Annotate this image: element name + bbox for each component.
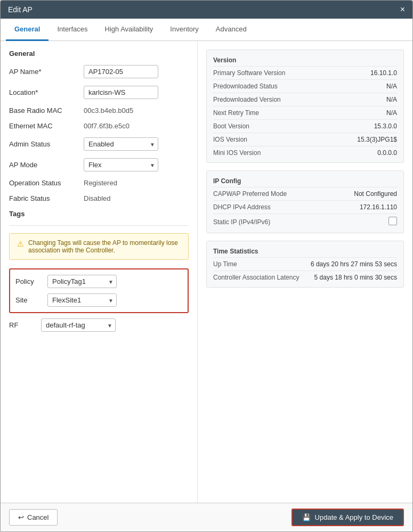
fabric-status-value: Disabled [84,194,111,202]
apply-label: Update & Apply to Device [315,513,393,521]
policy-label: Policy [15,277,47,285]
modal-header: Edit AP × [1,1,412,19]
capwap-value: Not Configured [354,190,397,198]
policy-select[interactable]: PolicyTag1 default-policy-tag [47,275,117,288]
location-label: Location* [9,88,84,96]
base-radio-mac-label: Base Radio MAC [9,107,84,114]
ios-version-value: 15.3(3)JPG1$ [357,136,397,143]
operation-status-label: Operation Status [9,179,84,187]
admin-status-select[interactable]: Enabled Disabled [84,137,158,151]
ios-version-row: IOS Version 15.3(3)JPG1$ [213,133,397,146]
uptime-label: Up Time [213,260,237,268]
primary-sw-row: Primary Software Version 16.10.1.0 [213,66,397,79]
uptime-row: Up Time 6 days 20 hrs 27 mins 53 secs [213,257,397,271]
ethernet-mac-row: Ethernet MAC 00f7.6f3b.e5c0 [9,122,189,130]
tab-interfaces[interactable]: Interfaces [48,19,96,41]
time-stats-block: Time Statistics Up Time 6 days 20 hrs 27… [206,241,404,288]
rf-label: RF [9,321,41,329]
ap-mode-select-wrapper: Flex Local Monitor ▼ [84,158,158,171]
policy-row: Policy PolicyTag1 default-policy-tag ▼ [15,275,182,288]
general-section-title: General [9,50,189,58]
mini-ios-label: Mini IOS Version [213,149,261,157]
rf-select[interactable]: default-rf-tag [41,318,116,332]
dhcp-ipv4-value: 172.16.1.110 [360,203,397,211]
tags-divider [9,225,189,226]
version-title: Version [213,53,397,66]
operation-status-value: Registered [84,179,117,187]
ethernet-mac-label: Ethernet MAC [9,122,84,130]
predownloaded-status-row: Predownloaded Status N/A [213,79,397,93]
site-label: Site [15,296,47,304]
ip-config-title: IP Config [213,174,397,187]
dhcp-ipv4-row: DHCP IPv4 Address 172.16.1.110 [213,200,397,214]
boot-version-value: 15.3.0.0 [374,122,397,130]
cancel-label: Cancel [27,513,48,521]
site-row: Site FlexSite1 default-site-tag ▼ [15,293,182,307]
predownloaded-version-value: N/A [386,96,397,103]
rf-row: RF default-rf-tag ▼ [9,318,189,332]
site-select[interactable]: FlexSite1 default-site-tag [47,293,117,307]
base-radio-mac-value: 00c3.b4eb.b0d5 [84,107,133,114]
ap-mode-row: AP Mode Flex Local Monitor ▼ [9,158,189,171]
close-button[interactable]: × [400,5,405,14]
dhcp-ipv4-label: DHCP IPv4 Address [213,203,271,211]
static-ip-row: Static IP (IPv4/IPv6) [213,214,397,230]
right-panel: Version Primary Software Version 16.10.1… [198,41,412,503]
fabric-status-label: Fabric Status [9,194,84,202]
tags-section: Tags ⚠ Changing Tags will cause the AP t… [9,210,189,332]
apply-button[interactable]: 💾 Update & Apply to Device [291,509,404,526]
ethernet-mac-value: 00f7.6f3b.e5c0 [84,122,129,130]
location-input[interactable] [84,86,158,99]
uptime-value: 6 days 20 hrs 27 mins 53 secs [311,260,397,268]
controller-latency-row: Controller Association Latency 5 days 18… [213,271,397,284]
primary-sw-value: 16.10.1.0 [370,69,397,77]
admin-status-label: Admin Status [9,140,84,148]
tags-title: Tags [9,210,189,218]
ap-name-input[interactable] [84,65,158,78]
next-retry-row: Next Retry Time N/A [213,106,397,119]
next-retry-label: Next Retry Time [213,109,259,117]
tags-warning: ⚠ Changing Tags will cause the AP to mom… [9,233,189,260]
time-stats-title: Time Statistics [213,244,397,257]
policy-select-wrapper: PolicyTag1 default-policy-tag ▼ [47,275,117,288]
primary-sw-label: Primary Software Version [213,69,285,77]
mini-ios-row: Mini IOS Version 0.0.0.0 [213,146,397,159]
version-block: Version Primary Software Version 16.10.1… [206,50,404,163]
mini-ios-value: 0.0.0.0 [377,149,397,157]
fabric-status-row: Fabric Status Disabled [9,194,189,202]
cancel-icon: ↩ [18,513,24,521]
ip-config-block: IP Config CAPWAP Preferred Mode Not Conf… [206,170,404,233]
modal-title: Edit AP [8,5,33,14]
capwap-label: CAPWAP Preferred Mode [213,190,287,198]
ios-version-label: IOS Version [213,136,247,143]
static-ip-checkbox[interactable] [388,217,397,227]
predownloaded-version-row: Predownloaded Version N/A [213,93,397,106]
static-ip-label: Static IP (IPv4/IPv6) [213,218,270,226]
tab-general[interactable]: General [6,19,48,41]
next-retry-value: N/A [386,109,397,117]
location-row: Location* [9,86,189,99]
tags-fields-group: Policy PolicyTag1 default-policy-tag ▼ S… [9,268,189,313]
ap-mode-select[interactable]: Flex Local Monitor [84,158,158,171]
boot-version-row: Boot Version 15.3.0.0 [213,119,397,133]
apply-icon: 💾 [302,513,311,521]
edit-ap-modal: Edit AP × General Interfaces High Availa… [0,0,413,532]
cancel-button[interactable]: ↩ Cancel [9,509,58,526]
tab-advanced[interactable]: Advanced [207,19,255,41]
base-radio-mac-row: Base Radio MAC 00c3.b4eb.b0d5 [9,107,189,114]
predownloaded-status-label: Predownloaded Status [213,83,278,90]
site-select-wrapper: FlexSite1 default-site-tag ▼ [47,293,117,307]
controller-latency-label: Controller Association Latency [213,274,299,281]
admin-status-row: Admin Status Enabled Disabled ▼ [9,137,189,151]
left-panel: General AP Name* Location* Base Radio MA… [1,41,198,503]
modal-body: General AP Name* Location* Base Radio MA… [1,41,412,503]
warning-icon: ⚠ [17,240,24,248]
predownloaded-status-value: N/A [386,83,397,90]
predownloaded-version-label: Predownloaded Version [213,96,281,103]
tab-inventory[interactable]: Inventory [161,19,207,41]
rf-select-wrapper: default-rf-tag ▼ [41,318,116,332]
capwap-row: CAPWAP Preferred Mode Not Configured [213,187,397,200]
static-ip-checkbox-box[interactable] [388,217,397,225]
tab-high-availability[interactable]: High Availability [96,19,162,41]
boot-version-label: Boot Version [213,122,249,130]
